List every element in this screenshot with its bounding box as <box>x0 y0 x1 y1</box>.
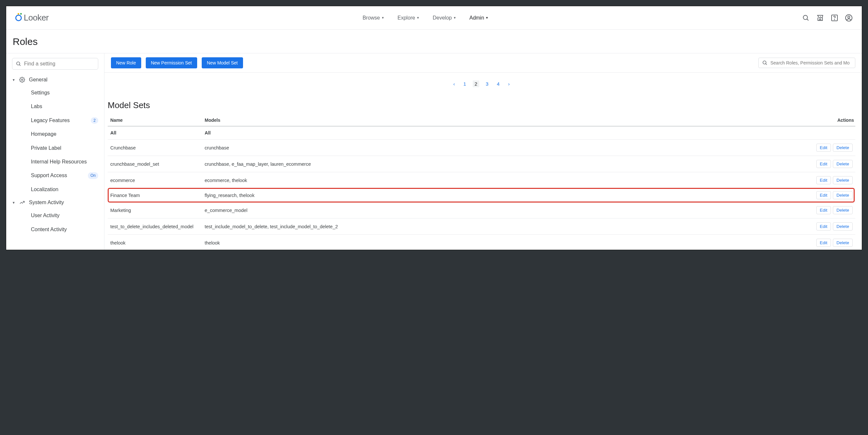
sidebar-item-label: Labs <box>31 103 42 110</box>
collapse-icon: ▼ <box>12 78 15 82</box>
brand-logo[interactable]: Looker <box>15 13 49 23</box>
table-row: thelookthelookEditDelete <box>108 235 855 250</box>
page-prev[interactable]: ‹ <box>451 80 457 87</box>
page-1[interactable]: 1 <box>461 80 468 87</box>
delete-button[interactable]: Delete <box>833 239 853 247</box>
sidebar-item-private-label[interactable]: Private Label <box>6 141 104 155</box>
cell-actions: EditDelete <box>812 235 855 250</box>
sidebar-item-label: Private Label <box>31 145 61 152</box>
table-row: ecommerceecommerce, thelookEditDelete <box>108 172 855 188</box>
toolbar-search-input[interactable] <box>770 60 852 65</box>
search-icon[interactable] <box>802 14 810 22</box>
svg-point-3 <box>834 19 835 20</box>
sidebar-search-input[interactable] <box>24 61 95 67</box>
delete-button[interactable]: Delete <box>833 191 853 199</box>
sidebar-item-homepage[interactable]: Homepage <box>6 127 104 141</box>
account-icon[interactable] <box>845 14 853 22</box>
sidebar-item-localization[interactable]: Localization <box>6 183 104 196</box>
sidebar-item-internal-help-resources[interactable]: Internal Help Resources <box>6 155 104 169</box>
nav-link-browse[interactable]: Browse▾ <box>363 15 383 21</box>
new-model-set-button[interactable]: New Model Set <box>202 57 243 68</box>
logo-ring-icon <box>15 14 22 21</box>
page-body: ▼GeneralSettingsLabsLegacy Features2Home… <box>6 53 862 250</box>
cell-name[interactable]: ecommerce <box>108 172 202 188</box>
delete-button[interactable]: Delete <box>833 160 853 168</box>
sidebar-item-label: Content Activity <box>31 226 67 233</box>
model-sets-table: Name Models Actions AllAllCrunchbasecrun… <box>108 114 855 250</box>
nav-group-general[interactable]: ▼General <box>6 74 104 86</box>
sidebar-item-user-activity[interactable]: User Activity <box>6 209 104 222</box>
new-permission-set-button[interactable]: New Permission Set <box>146 57 197 68</box>
nav-group-system-activity[interactable]: ▼System Activity <box>6 196 104 209</box>
action-toolbar: New Role New Permission Set New Model Se… <box>104 53 862 72</box>
delete-button[interactable]: Delete <box>833 176 853 184</box>
nav-link-explore[interactable]: Explore▾ <box>398 15 419 21</box>
cell-actions <box>812 126 855 140</box>
table-row: CrunchbasecrunchbaseEditDelete <box>108 140 855 156</box>
cell-actions: EditDelete <box>807 188 855 202</box>
nav-link-label: Explore <box>398 15 415 21</box>
sidebar-item-label: Legacy Features <box>31 117 70 124</box>
cell-models: crunchbase, e_faa_map_layer, lauren_ecom… <box>202 156 812 172</box>
delete-button[interactable]: Delete <box>833 144 853 152</box>
toolbar-search[interactable] <box>758 58 855 68</box>
sidebar-item-settings[interactable]: Settings <box>6 86 104 99</box>
search-icon <box>16 61 22 67</box>
page-next[interactable]: › <box>506 80 512 87</box>
settings-sidebar[interactable]: ▼GeneralSettingsLabsLegacy Features2Home… <box>6 53 104 250</box>
table-row: test_to_delete_includes_deleted_modeltes… <box>108 219 855 235</box>
gear-icon <box>19 77 25 83</box>
nav-link-label: Develop <box>433 15 452 21</box>
cell-name[interactable]: Crunchbase <box>108 140 202 156</box>
svg-line-7 <box>19 64 21 66</box>
sidebar-item-labs[interactable]: Labs <box>6 99 104 113</box>
marketplace-icon[interactable] <box>816 14 824 22</box>
edit-button[interactable]: Edit <box>816 160 831 168</box>
help-icon[interactable] <box>831 14 838 22</box>
cell-actions: EditDelete <box>812 202 855 219</box>
page-3[interactable]: 3 <box>484 80 490 87</box>
edit-button[interactable]: Edit <box>816 206 831 214</box>
col-header-name[interactable]: Name <box>108 114 202 126</box>
sidebar-item-label: Homepage <box>31 130 56 138</box>
edit-button[interactable]: Edit <box>816 176 831 184</box>
new-role-button[interactable]: New Role <box>111 57 141 68</box>
sidebar-search[interactable] <box>12 58 98 70</box>
col-header-models[interactable]: Models <box>202 114 812 126</box>
table-row: Marketinge_commerce_modelEditDelete <box>108 202 855 219</box>
sidebar-item-label: Settings <box>31 89 50 96</box>
sidebar-item-label: Internal Help Resources <box>31 158 87 166</box>
edit-button[interactable]: Edit <box>816 191 831 199</box>
cell-models: e_commerce_model <box>202 202 812 219</box>
page-4[interactable]: 4 <box>495 80 501 87</box>
cell-name[interactable]: Finance Team <box>108 189 202 202</box>
page-2[interactable]: 2 <box>473 80 479 87</box>
cell-name[interactable]: All <box>108 126 202 140</box>
chevron-down-icon: ▾ <box>486 16 488 20</box>
nav-group-label: System Activity <box>29 200 64 205</box>
nav-link-develop[interactable]: Develop▾ <box>433 15 456 21</box>
delete-button[interactable]: Delete <box>833 206 853 214</box>
nav-group-label: General <box>29 77 48 83</box>
svg-line-1 <box>807 19 808 21</box>
sidebar-item-badge: 2 <box>91 117 98 124</box>
cell-name[interactable]: crunchbase_model_set <box>108 156 202 172</box>
nav-link-admin[interactable]: Admin▾ <box>469 15 488 21</box>
cell-name[interactable]: thelook <box>108 235 202 250</box>
edit-button[interactable]: Edit <box>816 239 831 247</box>
edit-button[interactable]: Edit <box>816 144 831 152</box>
delete-button[interactable]: Delete <box>833 222 853 231</box>
main-scroll-area[interactable]: ‹1234› Model Sets Name Models Actions Al… <box>104 72 862 250</box>
sidebar-item-legacy-features[interactable]: Legacy Features2 <box>6 114 104 127</box>
sidebar-item-support-access[interactable]: Support AccessOn <box>6 169 104 182</box>
table-row: crunchbase_model_setcrunchbase, e_faa_ma… <box>108 156 855 172</box>
sidebar-item-content-activity[interactable]: Content Activity <box>6 223 104 236</box>
top-nav: Looker Browse▾Explore▾Develop▾Admin▾ <box>6 6 862 30</box>
table-row: AllAll <box>108 126 855 140</box>
edit-button[interactable]: Edit <box>816 222 831 231</box>
sidebar-item-label: Support Access <box>31 172 67 179</box>
cell-name[interactable]: Marketing <box>108 202 202 219</box>
cell-name[interactable]: test_to_delete_includes_deleted_model <box>108 219 202 235</box>
table-row: Finance Teamflying_research, thelookEdit… <box>108 188 855 202</box>
nav-link-label: Browse <box>363 15 380 21</box>
